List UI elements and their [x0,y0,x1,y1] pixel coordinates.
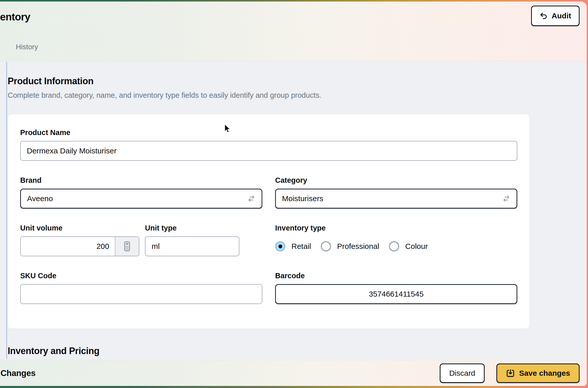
product-information-subtitle: Complete brand, category, name, and inve… [8,91,587,100]
sku-field-group: SKU Code [20,272,262,304]
audit-button-label: Audit [552,11,571,20]
radio-colour[interactable]: Colour [389,241,428,251]
tab-history[interactable]: History [16,43,38,51]
discard-button[interactable]: Discard [440,363,485,383]
changes-label: Changes [1,368,35,378]
save-changes-button[interactable]: Save changes [496,363,580,383]
unit-volume-input[interactable] [21,237,115,256]
inventory-type-field-group: Inventory type Retail Professional Co [275,224,517,256]
save-import-icon [506,369,515,378]
scrollbar-track[interactable] [6,62,7,359]
brand-label: Brand [20,176,262,185]
product-information-heading: Product Information [8,76,587,87]
radio-circle-icon [275,241,285,251]
barcode-label: Barcode [275,272,517,280]
radio-retail-label: Retail [291,242,311,251]
page-title: entory [0,11,30,23]
product-name-label: Product Name [20,128,517,137]
calculator-icon [121,240,133,252]
unit-volume-field-group: Unit volume [20,224,139,256]
radio-professional-label: Professional [337,242,379,251]
inventory-type-label: Inventory type [275,224,517,232]
inventory-and-pricing-heading: Inventory and Pricing [8,346,587,356]
product-information-card: Product Name Brand [8,114,530,329]
radio-retail[interactable]: Retail [275,241,311,251]
undo-arrow-icon [540,12,548,20]
radio-colour-label: Colour [405,242,428,251]
category-label: Category [275,176,517,185]
category-field-group: Category [275,176,517,209]
unit-type-input[interactable] [145,236,239,256]
radio-professional[interactable]: Professional [321,241,379,251]
brand-input[interactable] [20,189,262,209]
unit-type-label: Unit type [145,224,239,232]
audit-button[interactable]: Audit [531,6,580,26]
product-name-input[interactable] [20,141,517,161]
sku-label: SKU Code [20,272,262,280]
radio-circle-icon [321,241,331,251]
unit-volume-label: Unit volume [20,224,139,232]
product-name-field-group: Product Name [20,128,517,161]
app-window: entory History Audit Product Information… [0,2,587,386]
save-changes-label: Save changes [519,369,570,378]
page-header: entory History Audit [0,2,587,61]
unit-type-field-group: Unit type [145,224,239,256]
swap-arrows-icon[interactable] [247,194,256,203]
category-input[interactable] [275,189,517,209]
main-content: Product Information Complete brand, cate… [0,61,587,360]
swap-arrows-icon[interactable] [502,194,511,203]
radio-circle-icon [389,241,399,251]
barcode-field-group: Barcode [275,272,517,304]
calculator-button[interactable] [115,237,139,256]
sku-input[interactable] [20,284,262,304]
brand-field-group: Brand [20,176,262,209]
barcode-input[interactable] [275,284,517,304]
changes-bar: Changes Discard Save changes [0,360,587,386]
